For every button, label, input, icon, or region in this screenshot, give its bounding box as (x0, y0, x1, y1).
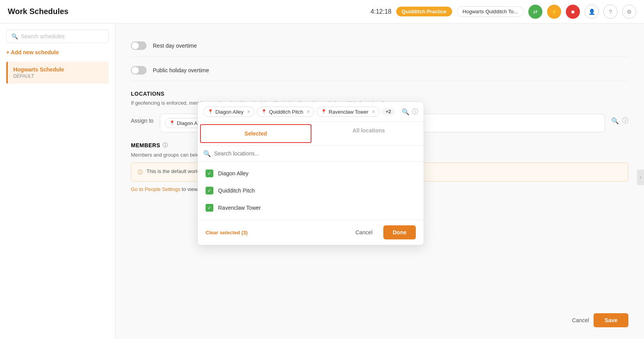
public-holiday-overtime-row: Public holiday overtime (131, 60, 628, 81)
search-icon: 🔍 (11, 33, 18, 39)
rest-day-label: Rest day overtime (153, 43, 197, 49)
dropdown-tags-row: 📍 Diagon Alley × 📍 Quidditch Pitch × 📍 R… (198, 102, 424, 122)
tab-selected[interactable]: Selected (200, 124, 311, 143)
dropdown-search-icon-inner: 🔍 (203, 150, 211, 157)
drop-remove-3[interactable]: × (372, 109, 375, 115)
search-schedules-box[interactable]: 🔍 Search schedules (6, 30, 109, 43)
sidebar: 🔍 Search schedules + Add new schedule Ho… (0, 23, 115, 339)
bottom-save-button[interactable]: Save (594, 313, 628, 327)
dropdown-item-ravenclaw[interactable]: ✓ Ravenclaw Tower (198, 199, 424, 216)
sync-button[interactable]: ⇄ (528, 5, 542, 19)
dropdown-search-row: 🔍 (198, 146, 424, 162)
item-label-quidditch: Quidditch Pitch (218, 187, 255, 194)
members-info-icon: ⓘ (163, 142, 168, 149)
schedule-item-hogwarts[interactable]: Hogwarts Schedule DEFAULT (6, 62, 109, 84)
search-placeholder: Search schedules (21, 33, 64, 39)
members-label: MEMBERS (131, 142, 160, 148)
add-schedule-label: + Add new schedule (6, 49, 59, 55)
dropdown-tag-ravenclaw[interactable]: 📍 Ravenclaw Tower × (317, 107, 379, 117)
drop-remove-2[interactable]: × (307, 109, 310, 115)
public-holiday-label: Public holiday overtime (153, 67, 209, 73)
rest-day-toggle[interactable] (131, 41, 147, 50)
location-dropdown: 📍 Diagon Alley × 📍 Quidditch Pitch × 📍 R… (197, 102, 424, 245)
stop-button[interactable]: ■ (566, 5, 580, 19)
public-holiday-toggle[interactable] (131, 66, 147, 75)
locations-heading: LOCATIONS (131, 91, 628, 97)
toggle-knob (132, 42, 139, 49)
drop-pin-1: 📍 (208, 109, 213, 114)
bottom-cancel-button[interactable]: Cancel (572, 317, 589, 323)
dropdown-search-icon[interactable]: 🔍 (402, 108, 410, 116)
bottom-actions: Cancel Save (572, 313, 628, 327)
dropdown-tag-quidditch[interactable]: 📍 Quidditch Pitch × (257, 107, 314, 117)
search-assign-button[interactable]: 🔍 (611, 117, 619, 125)
checkbox-quidditch[interactable]: ✓ (206, 187, 213, 194)
tab-all-locations[interactable]: All locations (314, 122, 424, 145)
assign-icons: 🔍 ⓘ (611, 114, 628, 125)
add-schedule-button[interactable]: + Add new schedule (6, 49, 109, 55)
page-title: Work Schedules (8, 7, 68, 16)
lightning-button[interactable]: ⚡ (547, 5, 561, 19)
quidditch-practice-badge[interactable]: Quidditch Practice (396, 7, 452, 16)
drop-tag-3: Ravenclaw Tower (329, 109, 369, 115)
footer-buttons: Cancel Done (349, 225, 416, 239)
user-button[interactable]: 👤 (585, 5, 599, 19)
main-content: Rest day overtime Public holiday overtim… (115, 23, 644, 339)
checkbox-ravenclaw[interactable]: ✓ (206, 204, 213, 212)
dropdown-list: ✓ Diagon Alley ✓ Quidditch Pitch ✓ Raven… (198, 162, 424, 219)
checkbox-diagon[interactable]: ✓ (206, 170, 213, 177)
layout: 🔍 Search schedules + Add new schedule Ho… (0, 23, 644, 339)
dropdown-more-badge: +2 (382, 108, 395, 116)
dropdown-item-quidditch[interactable]: ✓ Quidditch Pitch (198, 182, 424, 199)
go-people-settings-link[interactable]: Go to People Settings (131, 186, 180, 192)
schedule-tag: DEFAULT (13, 73, 103, 79)
help-button[interactable]: ? (603, 5, 617, 19)
drop-remove-1[interactable]: × (247, 109, 250, 115)
item-label-ravenclaw: Ravenclaw Tower (218, 205, 261, 211)
dropdown-search-input[interactable] (211, 146, 418, 161)
dropdown-done-button[interactable]: Done (383, 225, 416, 239)
dropdown-tabs: Selected All locations (198, 122, 424, 146)
dropdown-item-diagon[interactable]: ✓ Diagon Alley (198, 165, 424, 182)
assign-label: Assign to (131, 114, 154, 124)
drop-tag-2: Quidditch Pitch (269, 109, 303, 115)
drop-pin-2: 📍 (261, 109, 267, 114)
dropdown-footer: Clear selected (3) Cancel Done (198, 219, 424, 245)
rest-day-overtime-row: Rest day overtime (131, 35, 628, 57)
schedule-name: Hogwarts Schedule (13, 66, 103, 73)
header: Work Schedules 4:12:18 Quidditch Practic… (0, 0, 644, 23)
drop-tag-1: Diagon Alley (215, 109, 243, 115)
info-icon: ⓘ (138, 169, 143, 176)
drop-pin-3: 📍 (321, 109, 327, 114)
dropdown-tag-diagon[interactable]: 📍 Diagon Alley × (203, 107, 254, 117)
toggle-knob-2 (132, 67, 139, 74)
dropdown-cancel-button[interactable]: Cancel (349, 226, 379, 239)
info-assign-button[interactable]: ⓘ (622, 117, 628, 125)
collapse-tab[interactable]: ‹ (637, 170, 644, 185)
settings-button[interactable]: ⚙ (622, 5, 636, 19)
pin-icon: 📍 (169, 120, 175, 126)
clear-selected-button[interactable]: Clear selected (3) (206, 230, 248, 236)
header-right: 4:12:18 Quidditch Practice Hogwarts Quid… (370, 5, 636, 19)
header-time: 4:12:18 (370, 8, 391, 15)
item-label-diagon: Diagon Alley (218, 170, 249, 177)
dropdown-info-icon[interactable]: ⓘ (412, 108, 418, 116)
hogwarts-badge[interactable]: Hogwarts Quidditch To... (457, 6, 524, 17)
